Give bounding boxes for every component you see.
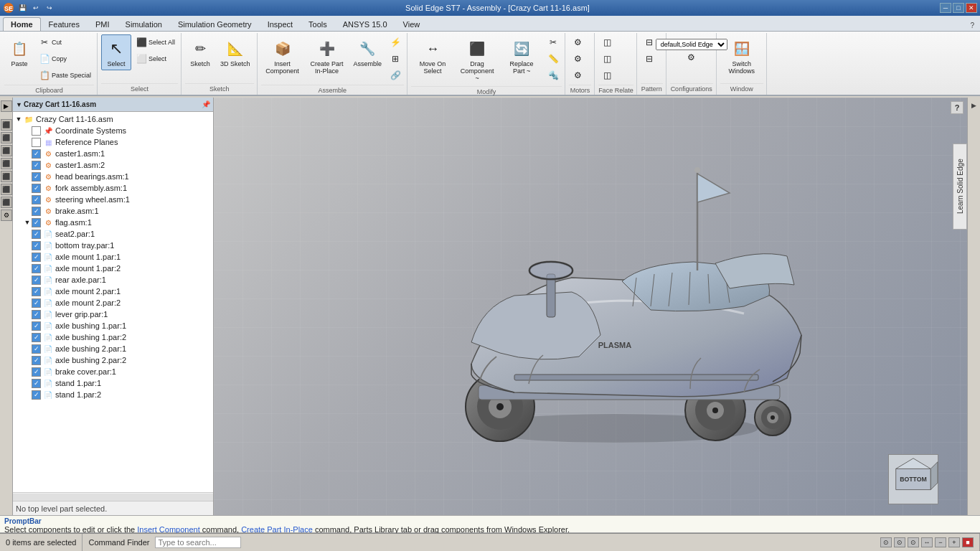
check-steering[interactable]: ✓ [32, 195, 41, 204]
check-brake[interactable]: ✓ [32, 207, 41, 216]
check-refplanes[interactable] [32, 138, 41, 147]
face3-btn[interactable]: ◫ [598, 67, 616, 83]
check-levergrip[interactable]: ✓ [32, 310, 41, 319]
left-panel-btn3[interactable]: ⬛ [1, 132, 12, 143]
left-panel-btn7[interactable]: ⬛ [1, 184, 12, 195]
drag-component-btn[interactable]: ⬛ Drag Component ~ [456, 34, 499, 85]
tab-simulation[interactable]: Simulation [118, 17, 170, 31]
command-finder-input[interactable] [155, 537, 241, 548]
left-panel-btn4[interactable]: ⬛ [1, 145, 12, 156]
check-rearaxle[interactable]: ✓ [32, 276, 41, 285]
create-part-btn[interactable]: ➕ Create Part In-Place [306, 34, 349, 77]
cut-btn[interactable]: ✂ Cut [36, 34, 94, 50]
config-btn[interactable]: default,Solid Edge ⚙ [670, 34, 713, 66]
check-axlebush2a[interactable]: ✓ [32, 344, 41, 354]
redo-btn[interactable]: ↪ [44, 3, 55, 13]
pattern2-btn[interactable]: ⊟ [641, 51, 658, 67]
tab-home[interactable]: Home [3, 17, 41, 31]
statusbar-icon4[interactable]: ↔ [921, 537, 933, 547]
3dsketch-btn[interactable]: 📐 3D Sketch [217, 34, 254, 70]
check-axlebush2b[interactable]: ✓ [32, 356, 41, 365]
save-btn[interactable]: 💾 [17, 3, 28, 13]
toggle-flag[interactable]: ▼ [23, 219, 32, 226]
tree-item-rearaxle[interactable]: ✓ 📄 rear axle.par:1 [13, 274, 213, 286]
tree-item-axlemount1a[interactable]: ✓ 📄 axle mount 1.par:1 [13, 251, 213, 263]
left-panel-btn9[interactable]: ⚙ [1, 209, 12, 221]
left-panel-btn2[interactable]: ⬛ [1, 119, 12, 131]
modify-extra2[interactable]: 📏 [545, 51, 562, 67]
copy-btn[interactable]: 📄 Copy [36, 51, 94, 67]
tree-item-headbearing[interactable]: ✓ ⚙ head bearings.asm:1 [13, 171, 213, 182]
tree-item-flag[interactable]: ▼ ✓ ⚙ flag.asm:1 [13, 217, 213, 228]
statusbar-zoom-out[interactable]: − [935, 537, 946, 547]
check-axlemount2b[interactable]: ✓ [32, 298, 41, 308]
tree-item-refplanes[interactable]: ▦ Reference Planes [13, 136, 213, 148]
tree-item-stand1b[interactable]: ✓ 📄 stand 1.par:2 [13, 389, 213, 400]
orientation-cube[interactable]: BOTTOM [888, 454, 938, 504]
h-scrollbar-track[interactable] [13, 494, 213, 501]
assemble-btn[interactable]: 🔧 Assemble [350, 34, 386, 70]
tab-ansys[interactable]: ANSYS 15.0 [335, 17, 395, 31]
tree-item-axlemount1b[interactable]: ✓ 📄 axle mount 1.par:2 [13, 263, 213, 274]
tree-item-bottomtray[interactable]: ✓ 📄 bottom tray.par:1 [13, 240, 213, 251]
mate-btn[interactable]: 🔗 [387, 67, 404, 83]
tree-item-axlemount2a[interactable]: ✓ 📄 axle mount 2.par:1 [13, 286, 213, 297]
tree-item-stand1a[interactable]: ✓ 📄 stand 1.par:1 [13, 377, 213, 389]
tree-item-root[interactable]: ▼ 📁 Crazy Cart 11-16.asm [13, 113, 213, 125]
modify-extra1[interactable]: ✂ [545, 34, 562, 50]
tree-pin-btn[interactable]: 📌 [202, 100, 210, 108]
check-headbearing[interactable]: ✓ [32, 172, 41, 182]
tree-item-caster2[interactable]: ✓ ⚙ caster1.asm:2 [13, 159, 213, 171]
tree-item-axlebush1a[interactable]: ✓ 📄 axle bushing 1.par:1 [13, 320, 213, 331]
statusbar-icon2[interactable]: ⊙ [894, 537, 905, 547]
paste-btn[interactable]: 📋 Paste [4, 34, 34, 70]
statusbar-icon1[interactable]: ⊙ [880, 537, 892, 547]
modify-extra3[interactable]: 🔩 [545, 67, 562, 83]
check-brakecover[interactable]: ✓ [32, 367, 41, 377]
left-panel-btn5[interactable]: ⬛ [1, 158, 12, 169]
select-by-type-btn[interactable]: ⬜ Select [133, 51, 178, 67]
close-btn[interactable]: ✕ [966, 3, 977, 13]
statusbar-icon3[interactable]: ⊙ [908, 537, 919, 547]
flash-btn[interactable]: ⚡ [387, 34, 404, 50]
right-panel-btn1[interactable]: ▶ [970, 100, 978, 110]
tree-item-axlemount2b[interactable]: ✓ 📄 axle mount 2.par:2 [13, 297, 213, 309]
replace-part-btn[interactable]: 🔄 Replace Part ~ [500, 34, 543, 77]
tree-item-levergrip[interactable]: ✓ 📄 lever grip.par:1 [13, 309, 213, 320]
tab-sim-geo[interactable]: Simulation Geometry [170, 17, 260, 31]
move-on-select-btn[interactable]: ↔ Move On Select [411, 34, 454, 77]
config-select[interactable]: default,Solid Edge [656, 39, 727, 50]
tree-item-brake[interactable]: ✓ ⚙ brake.asm:1 [13, 205, 213, 217]
check-stand1b[interactable]: ✓ [32, 390, 41, 400]
check-axlemount1b[interactable]: ✓ [32, 264, 41, 273]
left-panel-btn6[interactable]: ⬛ [1, 171, 12, 182]
tree-item-fork[interactable]: ✓ ⚙ fork assembly.asm:1 [13, 182, 213, 194]
face1-btn[interactable]: ◫ [598, 34, 616, 50]
learn-solid-edge-tab[interactable]: Learn Solid Edge [953, 143, 967, 230]
minimize-btn[interactable]: ─ [940, 3, 951, 13]
tree-item-steering[interactable]: ✓ ⚙ steering wheel.asm:1 [13, 194, 213, 205]
tree-item-coord[interactable]: 📌 Coordinate Systems [13, 125, 213, 136]
viewport-help-btn[interactable]: ? [951, 101, 963, 114]
undo-btn[interactable]: ↩ [30, 3, 42, 13]
app-logo[interactable]: SE [3, 3, 14, 13]
check-bottomtray[interactable]: ✓ [32, 241, 41, 250]
tree-item-seat2[interactable]: ✓ 📄 seat2.par:1 [13, 228, 213, 240]
check-fork[interactable]: ✓ [32, 184, 41, 193]
select-btn[interactable]: ↖ Select [101, 34, 131, 70]
tree-horizontal-scroll[interactable] [13, 492, 213, 501]
tree-item-axlebush1b[interactable]: ✓ 📄 axle bushing 1.par:2 [13, 331, 213, 343]
left-panel-btn8[interactable]: ⬛ [1, 197, 12, 208]
motor1-btn[interactable]: ⚙ [569, 34, 586, 50]
tree-item-caster1[interactable]: ✓ ⚙ caster1.asm:1 [13, 148, 213, 159]
tab-pmi[interactable]: PMI [88, 17, 118, 31]
paste-special-btn[interactable]: 📋 Paste Special [36, 67, 94, 83]
face2-btn[interactable]: ◫ [598, 51, 616, 67]
motor3-btn[interactable]: ⚙ [569, 67, 586, 83]
check-caster1[interactable]: ✓ [32, 149, 41, 159]
tree-item-axlebush2b[interactable]: ✓ 📄 axle bushing 2.par:2 [13, 354, 213, 366]
statusbar-zoom-in[interactable]: + [948, 537, 960, 547]
toggle-root[interactable]: ▼ [14, 116, 23, 123]
switch-windows-btn[interactable]: 🪟 Switch Windows [720, 34, 763, 77]
left-panel-btn1[interactable]: ▶ [1, 100, 12, 112]
